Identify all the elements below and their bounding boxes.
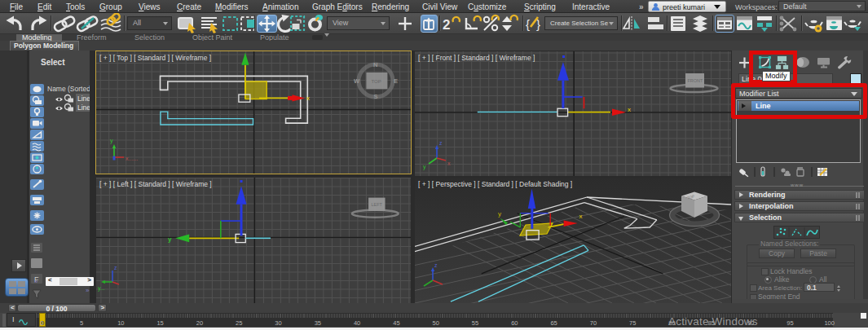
svg-text:[ + ] [ Top ] [ Standard ] [ W: [ + ] [ Top ] [ Standard ] [ Wireframe ] (99, 54, 211, 62)
svg-text:TOP: TOP (371, 79, 381, 84)
svg-text:2: 2 (443, 17, 450, 33)
svg-text:x: x (628, 106, 631, 113)
svg-text:W: W (354, 77, 360, 85)
svg-text:Line: Line (77, 95, 90, 103)
svg-text:LEFT: LEFT (372, 202, 383, 207)
svg-text:x......: x...... (126, 156, 138, 161)
svg-text:y: y (498, 210, 501, 218)
svg-text:y: y (423, 164, 426, 170)
svg-text:[ + ] [ Perspective ] [ Standa: [ + ] [ Perspective ] [ Standard ] [ Def… (418, 180, 572, 188)
svg-text:x: x (306, 95, 310, 102)
svg-text:[ + ] [ Front ] [ Standard ] [: [ + ] [ Front ] [ Standard ] [ Wireframe… (418, 54, 535, 62)
svg-text:z: z (434, 262, 438, 268)
svg-text:N: N (373, 61, 377, 68)
svg-text:E: E (394, 77, 398, 85)
svg-text:Name (Sorted /: Name (Sorted / (47, 85, 90, 93)
svg-text:z: z (439, 140, 443, 146)
svg-text:{: { (526, 17, 530, 31)
svg-text:Line: Line (77, 103, 90, 112)
svg-text:x: x (579, 213, 583, 220)
svg-text:FRONT: FRONT (688, 78, 704, 83)
svg-text:[ + ] [ Left ] [ Standard ] [: [ + ] [ Left ] [ Standard ] [ Wireframe … (99, 180, 212, 188)
svg-text:S: S (373, 93, 377, 100)
svg-text:z: z (114, 265, 117, 271)
svg-text:y: y (110, 138, 113, 144)
svg-text:x: x (447, 161, 451, 166)
svg-text:y...: y... (98, 285, 105, 292)
svg-text:y: y (168, 235, 172, 243)
